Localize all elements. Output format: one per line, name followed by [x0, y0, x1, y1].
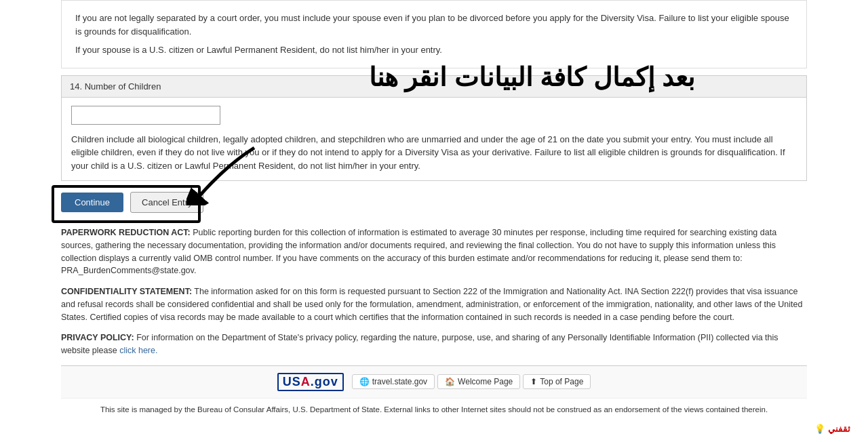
spouse-para1: If you are not legally separated by a co… [75, 12, 793, 38]
confidentiality-label: CONFIDENTIALITY STATEMENT: [61, 287, 192, 296]
cancel-entry-button[interactable]: Cancel Entry [130, 192, 203, 213]
section-14-box: بعد إكمال كافة البيانات انقر هنا 14. Num… [61, 75, 807, 182]
section-title: 14. Number of Children [70, 81, 161, 92]
welcome-page-link[interactable]: 🏠 Welcome Page [437, 374, 520, 389]
footer-bar: USA.gov 🌐 travel.state.gov 🏠 Welcome Pag… [61, 365, 807, 398]
privacy-label: PRIVACY POLICY: [61, 333, 134, 342]
travel-state-link[interactable]: 🌐 travel.state.gov [352, 374, 435, 389]
brand-icon: 💡 [814, 424, 825, 434]
welcome-link-label: Welcome Page [458, 377, 513, 386]
main-content: If you are not legally separated by a co… [47, 0, 821, 420]
number-of-children-input[interactable] [71, 106, 220, 125]
section-14-body: Children include all biological children… [62, 98, 806, 181]
top-of-page-link[interactable]: ⬆ Top of Page [523, 374, 591, 389]
section-14-header: 14. Number of Children [62, 76, 806, 98]
paperwork-label: PAPERWORK REDUCTION ACT: [61, 228, 191, 237]
paperwork-block: PAPERWORK REDUCTION ACT: Public reportin… [61, 226, 807, 277]
globe-icon: 🌐 [359, 377, 370, 386]
privacy-block: PRIVACY POLICY: For information on the D… [61, 332, 807, 357]
children-description: Children include all biological children… [71, 133, 797, 173]
home-icon: 🏠 [445, 377, 455, 386]
privacy-link[interactable]: click here. [119, 346, 157, 355]
top-link-label: Top of Page [540, 377, 583, 386]
continue-button[interactable]: Continue [61, 193, 123, 212]
usa-gov-logo: USA.gov [277, 373, 344, 391]
spouse-info-block: If you are not legally separated by a co… [61, 0, 807, 68]
brand-name: ثقفني [828, 424, 850, 434]
page-wrapper: If you are not legally separated by a co… [0, 0, 868, 420]
travel-link-label: travel.state.gov [372, 377, 427, 386]
up-icon: ⬆ [530, 377, 537, 386]
brand-watermark: 💡 ثقفني [810, 422, 854, 435]
spouse-para2: If your spouse is a U.S. citizen or Lawf… [75, 43, 793, 57]
confidentiality-block: CONFIDENTIALITY STATEMENT: The informati… [61, 285, 807, 323]
privacy-text: For information on the Department of Sta… [61, 333, 778, 355]
bottom-text: This site is managed by the Bureau of Co… [61, 398, 807, 420]
footer-links: USA.gov 🌐 travel.state.gov 🏠 Welcome Pag… [61, 373, 807, 391]
form-buttons-area: Continue Cancel Entry [61, 192, 807, 213]
usa-logo-text: USA.gov [277, 373, 344, 391]
